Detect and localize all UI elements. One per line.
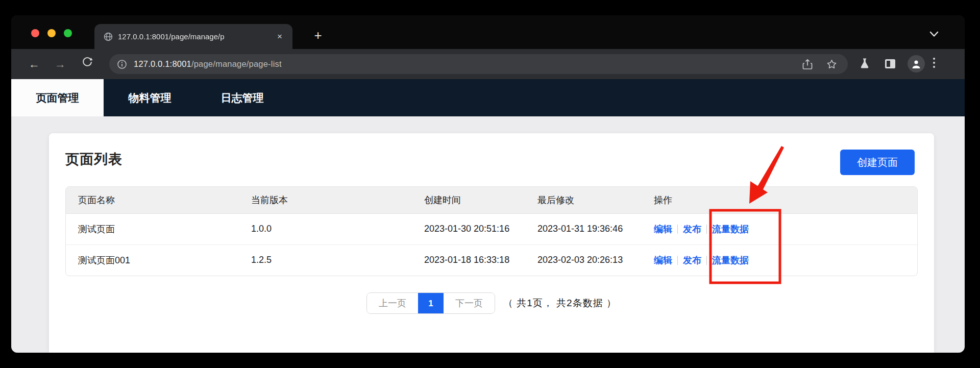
share-icon[interactable]	[802, 59, 813, 70]
publish-link[interactable]: 发布	[683, 224, 701, 234]
browser-menu-icon[interactable]	[933, 58, 935, 68]
action-divider	[706, 256, 707, 265]
action-divider	[677, 225, 678, 234]
nav-tab-material-management[interactable]: 物料管理	[104, 79, 196, 116]
edit-link[interactable]: 编辑	[654, 224, 672, 234]
address-bar[interactable]: 127.0.0.1:8001/page/manage/page-list	[109, 54, 848, 74]
current-page-button[interactable]: 1	[418, 293, 444, 313]
action-divider	[677, 256, 678, 265]
side-panel-icon[interactable]	[884, 57, 897, 70]
next-page-button[interactable]: 下一页	[444, 293, 495, 313]
extension-flask-icon[interactable]	[859, 57, 871, 70]
reload-button[interactable]	[79, 56, 95, 72]
column-header-modified: 最后修改	[525, 187, 642, 213]
cell-modified: 2023-01-31 19:36:46	[525, 213, 642, 244]
create-page-button[interactable]: 创建页面	[840, 150, 915, 175]
close-window-button[interactable]	[31, 29, 39, 37]
cell-version: 1.2.5	[239, 244, 412, 276]
column-header-name: 页面名称	[66, 187, 239, 213]
cell-actions: 编辑发布流量数据	[642, 213, 917, 244]
nav-tab-page-management[interactable]: 页面管理	[11, 79, 104, 116]
pagination: 上一页 1 下一页 （ 共1页， 共2条数据 ）	[49, 292, 934, 314]
publish-link[interactable]: 发布	[683, 255, 701, 265]
tab-strip: 127.0.0.1:8001/page/manage/p × +	[11, 15, 965, 49]
cell-page-name: 测试页面	[66, 213, 239, 244]
new-tab-button[interactable]: +	[310, 28, 326, 43]
card-header: 页面列表 创建页面	[49, 133, 934, 175]
table-row: 测试页面 1.0.0 2023-01-30 20:51:16 2023-01-3…	[66, 213, 917, 244]
url-path: /page/manage/page-list	[191, 59, 282, 68]
minimize-window-button[interactable]	[47, 29, 56, 37]
screenshot-root: 127.0.0.1:8001/page/manage/p × + ← →	[0, 0, 980, 368]
tab-close-icon[interactable]: ×	[274, 31, 285, 42]
nav-tab-log-management[interactable]: 日志管理	[196, 79, 288, 116]
action-divider	[706, 225, 707, 234]
column-header-created: 创建时间	[412, 187, 525, 213]
reload-icon	[82, 57, 93, 68]
pagination-group: 上一页 1 下一页	[366, 292, 495, 314]
browser-toolbar: ← → 127.0.0.1:8001/page/manage/page-list	[11, 49, 965, 79]
column-header-version: 当前版本	[239, 187, 412, 213]
profile-avatar[interactable]	[908, 55, 925, 72]
site-navbar: 页面管理 物料管理 日志管理	[11, 79, 965, 116]
back-button[interactable]: ←	[26, 56, 42, 72]
page-table: 页面名称 当前版本 创建时间 最后修改 操作 测试页面 1.0.0	[65, 186, 918, 276]
table-row: 测试页面001 1.2.5 2023-01-18 16:33:18 2023-0…	[66, 244, 917, 276]
cell-page-name: 测试页面001	[66, 244, 239, 276]
url-host: 127.0.0.1:8001	[134, 59, 191, 68]
tab-title: 127.0.0.1:8001/page/manage/p	[118, 32, 274, 41]
edit-link[interactable]: 编辑	[654, 255, 672, 265]
site-info-icon[interactable]	[117, 59, 127, 69]
table-header-row: 页面名称 当前版本 创建时间 最后修改 操作	[66, 187, 917, 213]
person-icon	[911, 59, 921, 69]
fullscreen-window-button[interactable]	[64, 29, 72, 37]
cell-actions: 编辑发布流量数据	[642, 244, 917, 276]
page-list-card: 页面列表 创建页面 页面名称 当前版本 创建时间 最后修改 操作	[49, 133, 934, 353]
pagination-summary: （ 共1页， 共2条数据 ）	[503, 297, 617, 310]
traffic-data-link[interactable]: 流量数据	[712, 224, 749, 234]
chevron-down-icon[interactable]	[929, 31, 939, 37]
browser-window: 127.0.0.1:8001/page/manage/p × + ← →	[11, 15, 965, 353]
traffic-data-link[interactable]: 流量数据	[712, 255, 749, 265]
cell-version: 1.0.0	[239, 213, 412, 244]
forward-button[interactable]: →	[52, 56, 68, 72]
cell-created: 2023-01-18 16:33:18	[412, 244, 525, 276]
cell-created: 2023-01-30 20:51:16	[412, 213, 525, 244]
url-text: 127.0.0.1:8001/page/manage/page-list	[134, 59, 282, 69]
page-title: 页面列表	[65, 150, 122, 169]
browser-tab[interactable]: 127.0.0.1:8001/page/manage/p ×	[94, 24, 292, 49]
previous-page-button[interactable]: 上一页	[367, 293, 418, 313]
cell-modified: 2023-02-03 20:26:13	[525, 244, 642, 276]
bookmark-star-icon[interactable]	[826, 59, 838, 70]
globe-icon	[104, 32, 113, 41]
page-background: 页面列表 创建页面 页面名称 当前版本 创建时间 最后修改 操作	[11, 116, 965, 353]
window-controls	[31, 29, 72, 37]
column-header-actions: 操作	[642, 187, 917, 213]
